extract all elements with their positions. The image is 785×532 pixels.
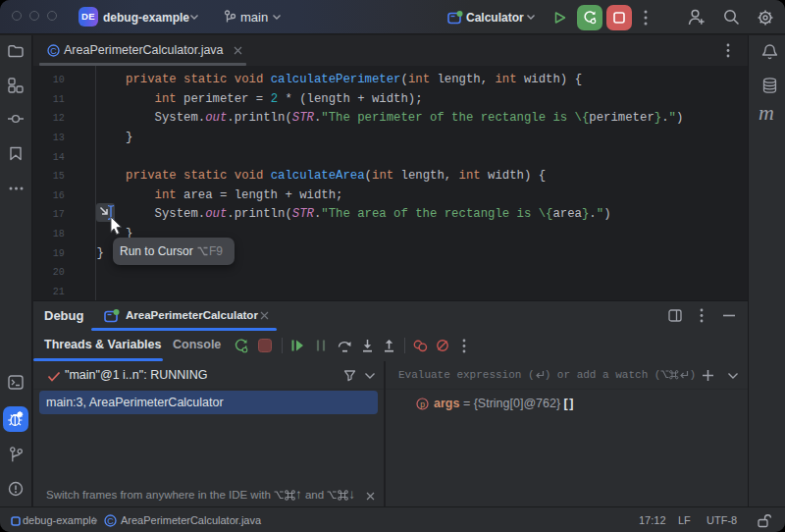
svg-text:C: C: [107, 516, 114, 526]
svg-text:C: C: [50, 46, 57, 56]
svg-text:p: p: [420, 399, 425, 409]
